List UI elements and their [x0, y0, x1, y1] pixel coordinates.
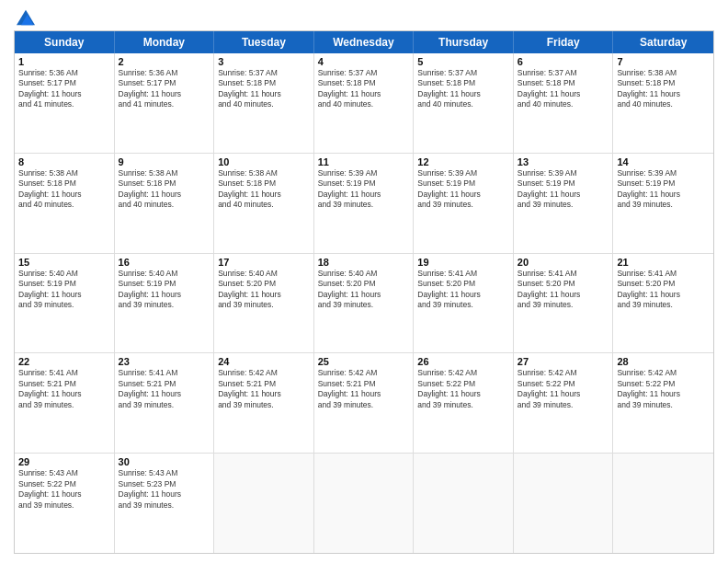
cell-text: Sunrise: 5:42 AM Sunset: 5:22 PM Dayligh… [617, 368, 710, 410]
day-number: 26 [417, 356, 509, 367]
weekday-header-wednesday: Wednesday [314, 31, 415, 53]
day-cell-14: 14Sunrise: 5:39 AM Sunset: 5:19 PM Dayli… [613, 154, 713, 253]
day-cell-26: 26Sunrise: 5:42 AM Sunset: 5:22 PM Dayli… [414, 353, 514, 453]
day-cell-9: 9Sunrise: 5:38 AM Sunset: 5:18 PM Daylig… [115, 154, 215, 253]
day-cell-10: 10Sunrise: 5:38 AM Sunset: 5:18 PM Dayli… [214, 154, 314, 253]
cell-text: Sunrise: 5:37 AM Sunset: 5:18 PM Dayligh… [318, 68, 410, 110]
day-cell-20: 20Sunrise: 5:41 AM Sunset: 5:20 PM Dayli… [514, 254, 614, 353]
cell-text: Sunrise: 5:37 AM Sunset: 5:18 PM Dayligh… [218, 68, 310, 110]
day-number: 27 [518, 356, 609, 367]
day-number: 11 [318, 156, 410, 167]
day-cell-11: 11Sunrise: 5:39 AM Sunset: 5:19 PM Dayli… [314, 154, 415, 253]
weekday-header-thursday: Thursday [414, 31, 514, 53]
day-cell-15: 15Sunrise: 5:40 AM Sunset: 5:19 PM Dayli… [15, 254, 115, 353]
day-cell-2: 2Sunrise: 5:36 AM Sunset: 5:17 PM Daylig… [115, 53, 215, 153]
day-cell-1: 1Sunrise: 5:36 AM Sunset: 5:17 PM Daylig… [15, 53, 115, 153]
calendar-header: SundayMondayTuesdayWednesdayThursdayFrid… [15, 31, 713, 53]
day-cell-25: 25Sunrise: 5:42 AM Sunset: 5:21 PM Dayli… [314, 353, 415, 453]
day-cell-4: 4Sunrise: 5:37 AM Sunset: 5:18 PM Daylig… [314, 53, 415, 153]
cell-text: Sunrise: 5:39 AM Sunset: 5:19 PM Dayligh… [318, 168, 410, 211]
cell-text: Sunrise: 5:41 AM Sunset: 5:20 PM Dayligh… [518, 269, 609, 311]
day-number: 23 [119, 356, 210, 367]
cell-text: Sunrise: 5:40 AM Sunset: 5:20 PM Dayligh… [218, 269, 310, 311]
weekday-header-tuesday: Tuesday [214, 31, 314, 53]
day-number: 9 [119, 156, 210, 167]
day-cell-12: 12Sunrise: 5:39 AM Sunset: 5:19 PM Dayli… [414, 154, 514, 253]
day-number: 20 [518, 257, 609, 268]
day-cell-13: 13Sunrise: 5:39 AM Sunset: 5:19 PM Dayli… [514, 154, 614, 253]
calendar-row: 1Sunrise: 5:36 AM Sunset: 5:17 PM Daylig… [15, 53, 713, 154]
day-number: 1 [18, 56, 110, 67]
day-cell-19: 19Sunrise: 5:41 AM Sunset: 5:20 PM Dayli… [414, 254, 514, 353]
cell-text: Sunrise: 5:42 AM Sunset: 5:21 PM Dayligh… [318, 368, 410, 410]
day-number: 3 [218, 56, 310, 67]
day-cell-24: 24Sunrise: 5:42 AM Sunset: 5:21 PM Dayli… [214, 353, 314, 453]
calendar-row: 29Sunrise: 5:43 AM Sunset: 5:22 PM Dayli… [15, 454, 713, 553]
page: SundayMondayTuesdayWednesdayThursdayFrid… [0, 0, 728, 563]
day-cell-21: 21Sunrise: 5:41 AM Sunset: 5:20 PM Dayli… [613, 254, 713, 353]
day-number: 21 [617, 257, 710, 268]
cell-text: Sunrise: 5:40 AM Sunset: 5:19 PM Dayligh… [18, 269, 110, 311]
cell-text: Sunrise: 5:41 AM Sunset: 5:20 PM Dayligh… [417, 269, 509, 311]
day-cell-30: 30Sunrise: 5:43 AM Sunset: 5:23 PM Dayli… [115, 454, 215, 553]
day-number: 6 [518, 56, 609, 67]
cell-text: Sunrise: 5:37 AM Sunset: 5:18 PM Dayligh… [518, 68, 609, 110]
day-number: 30 [119, 456, 210, 467]
day-number: 19 [417, 257, 509, 268]
day-number: 15 [18, 257, 110, 268]
day-number: 29 [18, 456, 110, 467]
empty-cell [514, 454, 614, 553]
calendar: SundayMondayTuesdayWednesdayThursdayFrid… [14, 30, 714, 554]
calendar-row: 22Sunrise: 5:41 AM Sunset: 5:21 PM Dayli… [15, 353, 713, 454]
day-number: 25 [318, 356, 410, 367]
weekday-header-sunday: Sunday [15, 31, 115, 53]
cell-text: Sunrise: 5:38 AM Sunset: 5:18 PM Dayligh… [18, 168, 110, 211]
weekday-header-monday: Monday [115, 31, 215, 53]
day-number: 17 [218, 257, 310, 268]
empty-cell [613, 454, 713, 553]
cell-text: Sunrise: 5:43 AM Sunset: 5:23 PM Dayligh… [119, 468, 210, 511]
empty-cell [314, 454, 415, 553]
day-cell-27: 27Sunrise: 5:42 AM Sunset: 5:22 PM Dayli… [514, 353, 614, 453]
weekday-header-saturday: Saturday [613, 31, 713, 53]
cell-text: Sunrise: 5:40 AM Sunset: 5:19 PM Dayligh… [119, 269, 210, 311]
day-cell-22: 22Sunrise: 5:41 AM Sunset: 5:21 PM Dayli… [15, 353, 115, 453]
cell-text: Sunrise: 5:36 AM Sunset: 5:17 PM Dayligh… [119, 68, 210, 110]
day-number: 4 [318, 56, 410, 67]
day-cell-29: 29Sunrise: 5:43 AM Sunset: 5:22 PM Dayli… [15, 454, 115, 553]
day-number: 22 [18, 356, 110, 367]
day-number: 16 [119, 257, 210, 268]
cell-text: Sunrise: 5:41 AM Sunset: 5:20 PM Dayligh… [617, 269, 710, 311]
day-cell-16: 16Sunrise: 5:40 AM Sunset: 5:19 PM Dayli… [115, 254, 215, 353]
cell-text: Sunrise: 5:38 AM Sunset: 5:18 PM Dayligh… [119, 168, 210, 211]
cell-text: Sunrise: 5:39 AM Sunset: 5:19 PM Dayligh… [617, 168, 710, 211]
day-cell-8: 8Sunrise: 5:38 AM Sunset: 5:18 PM Daylig… [15, 154, 115, 253]
day-cell-23: 23Sunrise: 5:41 AM Sunset: 5:21 PM Dayli… [115, 353, 215, 453]
day-number: 2 [119, 56, 210, 67]
calendar-body: 1Sunrise: 5:36 AM Sunset: 5:17 PM Daylig… [15, 53, 713, 553]
logo-text [14, 9, 35, 23]
cell-text: Sunrise: 5:42 AM Sunset: 5:22 PM Dayligh… [518, 368, 609, 410]
logo [14, 9, 35, 23]
logo-icon [17, 9, 35, 26]
day-number: 8 [18, 156, 110, 167]
day-number: 14 [617, 156, 710, 167]
day-cell-17: 17Sunrise: 5:40 AM Sunset: 5:20 PM Dayli… [214, 254, 314, 353]
cell-text: Sunrise: 5:42 AM Sunset: 5:21 PM Dayligh… [218, 368, 310, 410]
cell-text: Sunrise: 5:42 AM Sunset: 5:22 PM Dayligh… [417, 368, 509, 410]
day-number: 18 [318, 257, 410, 268]
day-cell-3: 3Sunrise: 5:37 AM Sunset: 5:18 PM Daylig… [214, 53, 314, 153]
cell-text: Sunrise: 5:39 AM Sunset: 5:19 PM Dayligh… [518, 168, 609, 211]
day-cell-18: 18Sunrise: 5:40 AM Sunset: 5:20 PM Dayli… [314, 254, 415, 353]
day-number: 28 [617, 356, 710, 367]
day-number: 7 [617, 56, 710, 67]
day-number: 13 [518, 156, 609, 167]
cell-text: Sunrise: 5:40 AM Sunset: 5:20 PM Dayligh… [318, 269, 410, 311]
day-number: 24 [218, 356, 310, 367]
cell-text: Sunrise: 5:39 AM Sunset: 5:19 PM Dayligh… [417, 168, 509, 211]
calendar-row: 15Sunrise: 5:40 AM Sunset: 5:19 PM Dayli… [15, 254, 713, 354]
day-cell-5: 5Sunrise: 5:37 AM Sunset: 5:18 PM Daylig… [414, 53, 514, 153]
cell-text: Sunrise: 5:38 AM Sunset: 5:18 PM Dayligh… [617, 68, 710, 110]
cell-text: Sunrise: 5:37 AM Sunset: 5:18 PM Dayligh… [417, 68, 509, 110]
calendar-row: 8Sunrise: 5:38 AM Sunset: 5:18 PM Daylig… [15, 154, 713, 254]
